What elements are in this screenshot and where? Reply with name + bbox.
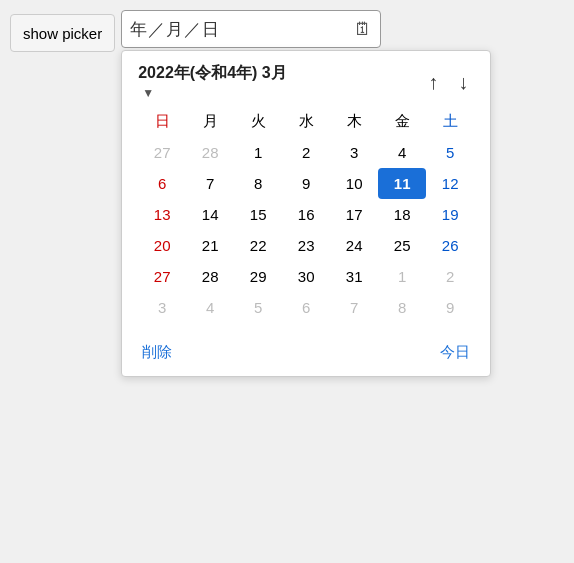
calendar-day[interactable]: 8: [234, 168, 282, 199]
weekday-header-row: 日月火水木金土: [138, 106, 474, 137]
calendar-day[interactable]: 11: [378, 168, 426, 199]
calendar-day[interactable]: 16: [282, 199, 330, 230]
calendar-day[interactable]: 12: [426, 168, 474, 199]
calendar-row-2: 13141516171819: [138, 199, 474, 230]
calendar-day[interactable]: 22: [234, 230, 282, 261]
weekday-header-水: 水: [282, 106, 330, 137]
calendar-day[interactable]: 27: [138, 137, 186, 168]
calendar-day[interactable]: 21: [186, 230, 234, 261]
calendar-day[interactable]: 7: [186, 168, 234, 199]
calendar-day[interactable]: 31: [330, 261, 378, 292]
calendar-day[interactable]: 23: [282, 230, 330, 261]
calendar-day[interactable]: 17: [330, 199, 378, 230]
calendar-day[interactable]: 13: [138, 199, 186, 230]
nav-prev-button[interactable]: ↑: [422, 70, 444, 94]
calendar-icon: 🗓: [354, 19, 372, 40]
calendar-day[interactable]: 18: [378, 199, 426, 230]
weekday-header-月: 月: [186, 106, 234, 137]
calendar-day[interactable]: 6: [138, 168, 186, 199]
delete-button[interactable]: 削除: [138, 341, 176, 364]
calendar-day[interactable]: 3: [330, 137, 378, 168]
date-input-wrapper: 年／月／日 🗓 2022年(令和4年) 3月 ▼ ↑ ↓ 日月火水木金土 272…: [121, 10, 491, 377]
calendar-day[interactable]: 29: [234, 261, 282, 292]
calendar-popup: 2022年(令和4年) 3月 ▼ ↑ ↓ 日月火水木金土 27281234567…: [121, 50, 491, 377]
calendar-day[interactable]: 24: [330, 230, 378, 261]
calendar-row-4: 272829303112: [138, 261, 474, 292]
calendar-day[interactable]: 27: [138, 261, 186, 292]
calendar-day[interactable]: 28: [186, 261, 234, 292]
weekday-header-火: 火: [234, 106, 282, 137]
calendar-grid: 日月火水木金土 27281234567891011121314151617181…: [138, 106, 474, 323]
weekday-header-金: 金: [378, 106, 426, 137]
calendar-day[interactable]: 15: [234, 199, 282, 230]
calendar-day[interactable]: 10: [330, 168, 378, 199]
calendar-title-area: 2022年(令和4年) 3月 ▼: [138, 63, 287, 100]
calendar-day[interactable]: 25: [378, 230, 426, 261]
calendar-day[interactable]: 14: [186, 199, 234, 230]
calendar-day[interactable]: 4: [378, 137, 426, 168]
calendar-day[interactable]: 26: [426, 230, 474, 261]
calendar-day[interactable]: 2: [426, 261, 474, 292]
nav-buttons: ↑ ↓: [422, 70, 474, 94]
date-input-text: 年／月／日: [130, 18, 220, 41]
calendar-header: 2022年(令和4年) 3月 ▼ ↑ ↓: [138, 63, 474, 100]
dropdown-arrow[interactable]: ▼: [142, 86, 154, 100]
calendar-day[interactable]: 6: [282, 292, 330, 323]
calendar-day[interactable]: 5: [234, 292, 282, 323]
calendar-day[interactable]: 2: [282, 137, 330, 168]
today-button[interactable]: 今日: [436, 341, 474, 364]
calendar-row-0: 272812345: [138, 137, 474, 168]
calendar-day[interactable]: 20: [138, 230, 186, 261]
calendar-footer: 削除 今日: [138, 337, 474, 364]
nav-next-button[interactable]: ↓: [452, 70, 474, 94]
calendar-title: 2022年(令和4年) 3月: [138, 63, 287, 84]
calendar-day[interactable]: 19: [426, 199, 474, 230]
calendar-day[interactable]: 9: [426, 292, 474, 323]
calendar-day[interactable]: 30: [282, 261, 330, 292]
calendar-day[interactable]: 7: [330, 292, 378, 323]
calendar-day[interactable]: 5: [426, 137, 474, 168]
calendar-day[interactable]: 8: [378, 292, 426, 323]
calendar-row-5: 3456789: [138, 292, 474, 323]
calendar-day[interactable]: 3: [138, 292, 186, 323]
weekday-header-土: 土: [426, 106, 474, 137]
date-input-bar[interactable]: 年／月／日 🗓: [121, 10, 381, 48]
weekday-header-日: 日: [138, 106, 186, 137]
calendar-day[interactable]: 1: [378, 261, 426, 292]
calendar-row-3: 20212223242526: [138, 230, 474, 261]
calendar-day[interactable]: 28: [186, 137, 234, 168]
calendar-day[interactable]: 1: [234, 137, 282, 168]
calendar-row-1: 6789101112: [138, 168, 474, 199]
show-picker-button[interactable]: show picker: [10, 14, 115, 52]
calendar-day[interactable]: 9: [282, 168, 330, 199]
calendar-day[interactable]: 4: [186, 292, 234, 323]
weekday-header-木: 木: [330, 106, 378, 137]
